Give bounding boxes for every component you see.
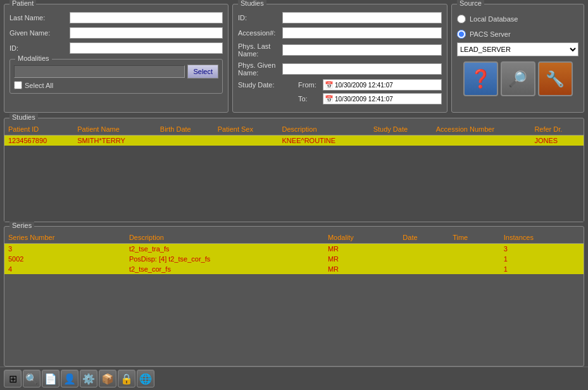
series-table-section: Series Series Number Description Modalit… [4, 226, 584, 367]
toolbar-btn-1[interactable]: ⊞ [4, 370, 22, 387]
person-icon: 👤 [63, 373, 76, 385]
select-button[interactable]: Select [187, 65, 218, 79]
server-select[interactable]: LEAD_SERVER [457, 42, 579, 56]
toolbar-btn-7[interactable]: 🔒 [118, 370, 135, 387]
modalities-label: Modalities [15, 54, 52, 62]
to-label: To: [298, 95, 320, 103]
patient-id-row: ID: [9, 42, 223, 54]
series-table: Series Number Description Modality Date … [4, 232, 584, 274]
patient-id-input[interactable] [70, 42, 223, 54]
col-accession-number: Accession Number [432, 123, 531, 135]
globe-icon: 🌐 [139, 373, 152, 385]
table-row[interactable]: 5002 PosDisp: [4] t2_tse_cor_fs MR 1 [4, 254, 584, 264]
table-row-empty [4, 171, 584, 184]
table-row[interactable]: 4 t2_tse_cor_fs MR 1 [4, 264, 584, 274]
series-date [399, 244, 449, 255]
given-name-row: Given Name: [9, 27, 223, 39]
toolbar-btn-3[interactable]: 📄 [42, 370, 59, 387]
lock-icon: 🔒 [120, 373, 133, 385]
modalities-row: Select [14, 65, 218, 79]
series-col-instances: Instances [500, 232, 584, 244]
studies-table-section: Studies Patient ID Patient Name Birth Da… [4, 118, 584, 222]
table-row-empty [4, 146, 584, 158]
from-date-value: 10/30/2009 12:41:07 [335, 82, 393, 89]
gear-icon: ⚙️ [82, 373, 95, 385]
series-time [449, 264, 500, 274]
studies-form-label: Studies [238, 0, 266, 7]
accession-input[interactable] [282, 27, 442, 39]
toolbar-btn-8[interactable]: 🌐 [137, 370, 154, 387]
toolbar-btn-2[interactable]: 🔍 [23, 370, 41, 387]
series-modality: MR [324, 254, 399, 264]
phys-given-label: Phys. Given Name: [238, 61, 282, 77]
wrench-icon: 🔧 [546, 70, 565, 88]
study-date-section: Study Date: From: 📅 10/30/2009 12:41:07 … [238, 79, 442, 104]
phys-given-input[interactable] [282, 63, 442, 75]
patient-id-label: ID: [9, 44, 70, 52]
cell-birth-date [156, 135, 214, 146]
to-date-value: 10/30/2009 12:41:07 [335, 96, 393, 103]
studies-id-row: ID: [238, 12, 442, 23]
studies-id-input[interactable] [282, 12, 442, 23]
series-number: 5002 [4, 254, 125, 264]
series-modality: MR [324, 244, 399, 255]
series-col-modality: Modality [324, 232, 399, 244]
magnify-icon: 🔎 [508, 70, 527, 88]
series-description: t2_tse_cor_fs [125, 264, 324, 274]
bottom-toolbar: ⊞ 🔍 📄 👤 ⚙️ 📦 🔒 🌐 [0, 367, 588, 390]
series-date [399, 254, 449, 264]
to-date-field[interactable]: 📅 10/30/2009 12:41:07 [323, 93, 442, 104]
series-header-row: Series Number Description Modality Date … [4, 232, 584, 244]
to-date-row: To: 📅 10/30/2009 12:41:07 [298, 93, 442, 104]
cell-accession-number [432, 135, 531, 146]
col-study-date: Study Date [370, 123, 432, 135]
series-number: 3 [4, 244, 125, 255]
search-icon: 🔍 [25, 373, 38, 385]
series-instances: 1 [500, 264, 584, 274]
toolbar-btn-5[interactable]: ⚙️ [80, 370, 97, 387]
select-all-checkbox[interactable] [14, 81, 22, 89]
modalities-input[interactable] [14, 65, 185, 78]
table-row[interactable]: 1234567890 SMITH*TERRY KNEE^ROUTINE JONE… [4, 135, 584, 146]
toolbar-btn-6[interactable]: 📦 [99, 370, 116, 387]
given-name-input[interactable] [70, 27, 223, 39]
accession-label: Accession#: [238, 29, 282, 37]
local-db-row: Local Database [457, 15, 579, 23]
action-buttons: ❓ 🔎 🔧 [457, 61, 579, 96]
accession-row: Accession#: [238, 27, 442, 39]
document-icon: 📄 [44, 373, 57, 385]
from-label: From: [298, 81, 320, 89]
source-panel: Source Local Database PACS Server LEAD_S… [451, 4, 584, 113]
series-col-description: Description [125, 232, 324, 244]
tools-button[interactable]: 🔧 [538, 61, 573, 96]
pacs-row: PACS Server [457, 30, 579, 39]
pacs-radio[interactable] [457, 30, 466, 39]
from-date-row: From: 📅 10/30/2009 12:41:07 [298, 79, 442, 91]
study-date-from-row: Study Date: From: 📅 10/30/2009 12:41:07 [238, 79, 442, 91]
modalities-panel: Modalities Select Select All [9, 59, 223, 94]
given-name-label: Given Name: [9, 29, 70, 37]
source-label: Source [457, 0, 484, 7]
phys-last-input[interactable] [282, 44, 442, 56]
main-container: Patient Last Name: Given Name: ID: Modal… [0, 0, 588, 390]
local-db-radio[interactable] [457, 15, 466, 23]
studies-table-label: Studies [9, 113, 38, 121]
retrieve-button[interactable]: 🔎 [501, 61, 535, 96]
from-date-field[interactable]: 📅 10/30/2009 12:41:07 [323, 79, 442, 91]
calendar-from-icon: 📅 [325, 81, 334, 89]
local-db-label: Local Database [470, 15, 518, 23]
table-row-empty [4, 196, 584, 209]
studies-id-label: ID: [238, 14, 282, 22]
calendar-to-icon: 📅 [325, 95, 334, 103]
col-birth-date: Birth Date [156, 123, 214, 135]
series-instances: 3 [500, 244, 584, 255]
phys-given-row: Phys. Given Name: [238, 61, 442, 77]
cell-refer-dr: JONES [530, 135, 584, 146]
cell-patient-name: SMITH*TERRY [73, 135, 156, 146]
toolbar-btn-4[interactable]: 👤 [61, 370, 78, 387]
last-name-input[interactable] [70, 12, 223, 23]
table-row[interactable]: 3 t2_tse_tra_fs MR 3 [4, 244, 584, 255]
patient-panel-label: Patient [9, 0, 36, 7]
query-button[interactable]: ❓ [463, 61, 498, 96]
patient-panel: Patient Last Name: Given Name: ID: Modal… [4, 4, 228, 113]
